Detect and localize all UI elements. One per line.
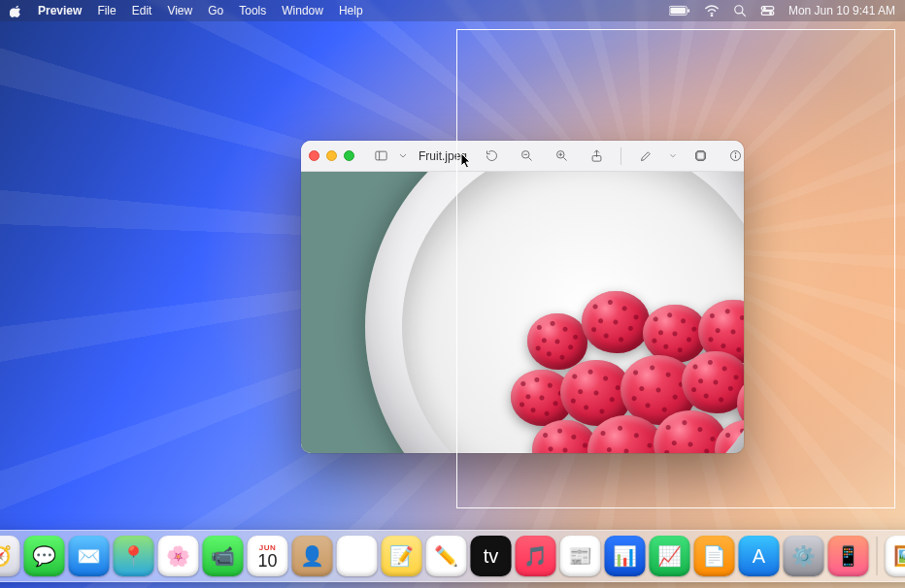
desktop: Preview File Edit View Go Tools Window H…: [0, 0, 905, 588]
dock-iphone-mirroring[interactable]: 📱: [828, 536, 869, 576]
photo-bowl: [365, 172, 744, 453]
menubar-view[interactable]: View: [167, 4, 192, 17]
sidebar-toggle-button[interactable]: [368, 146, 393, 167]
window-titlebar[interactable]: Fruit.jpeg: [301, 141, 744, 172]
menubar-edit[interactable]: Edit: [132, 4, 152, 17]
wifi-icon[interactable]: [704, 5, 720, 16]
svg-point-24: [735, 153, 736, 154]
highlight-button[interactable]: [633, 146, 658, 167]
dock-safari[interactable]: 🧭: [0, 536, 20, 576]
dock-maps[interactable]: 📍: [114, 536, 154, 576]
toolbar-separator: [620, 147, 621, 165]
svg-line-13: [528, 157, 531, 160]
svg-rect-2: [687, 9, 689, 13]
menubar-clock[interactable]: Mon Jun 10 9:41 AM: [788, 4, 895, 17]
dock-mail[interactable]: ✉️: [69, 536, 110, 576]
menubar-help[interactable]: Help: [339, 4, 363, 17]
zoom-in-button[interactable]: [549, 146, 574, 167]
svg-line-5: [742, 13, 746, 16]
dock-music[interactable]: 🎵: [516, 536, 556, 576]
apple-menu-icon[interactable]: [10, 5, 22, 17]
dock-preview-running[interactable]: 🖼️: [886, 536, 906, 576]
dock-photos[interactable]: 🌸: [158, 536, 199, 576]
dock-appstore[interactable]: A: [739, 536, 780, 576]
dock-calendar[interactable]: JUN10: [248, 536, 288, 576]
rotate-left-button[interactable]: [479, 146, 504, 167]
dock-tv[interactable]: tv: [471, 536, 512, 576]
dock-freeform[interactable]: ✏️: [426, 536, 467, 576]
dock-pages[interactable]: 📄: [694, 536, 735, 576]
menubar-window[interactable]: Window: [282, 4, 323, 17]
svg-point-3: [711, 16, 712, 16]
dock-keynote[interactable]: 📊: [605, 536, 646, 576]
svg-rect-10: [375, 151, 385, 160]
svg-point-4: [735, 6, 743, 14]
dock: 😊▦🧭💬✉️📍🌸📹JUN10👤☰📝✏️tv🎵📰📊📈📄A⚙️📱🖼️📁🗑️: [0, 530, 905, 582]
dock-facetime[interactable]: 📹: [203, 536, 244, 576]
menubar-tools[interactable]: Tools: [239, 4, 266, 17]
svg-point-8: [763, 8, 765, 10]
svg-line-16: [563, 157, 566, 160]
dock-messages[interactable]: 💬: [24, 536, 65, 576]
dock-contacts[interactable]: 👤: [292, 536, 333, 576]
photo-background: [301, 172, 744, 453]
crop-button[interactable]: [687, 146, 713, 167]
zoom-out-button[interactable]: [514, 146, 539, 167]
battery-icon[interactable]: [669, 5, 690, 16]
window-fullscreen-button[interactable]: [344, 150, 354, 161]
svg-rect-1: [670, 8, 686, 14]
dock-reminders[interactable]: ☰: [337, 536, 378, 576]
highlight-menu-chevron-icon[interactable]: [668, 146, 678, 167]
info-button[interactable]: [722, 146, 744, 167]
spotlight-icon[interactable]: [733, 4, 747, 17]
window-title: Fruit.jpeg: [419, 149, 467, 163]
image-canvas[interactable]: [301, 172, 744, 453]
dock-numbers[interactable]: 📈: [650, 536, 690, 576]
sidebar-menu-chevron-icon[interactable]: [397, 146, 409, 167]
traffic-lights: [309, 150, 354, 161]
dock-news[interactable]: 📰: [560, 536, 601, 576]
preview-window[interactable]: Fruit.jpeg: [301, 141, 744, 453]
photo-raspberries: [521, 305, 744, 453]
menubar-go[interactable]: Go: [208, 4, 223, 17]
menubar-file[interactable]: File: [97, 4, 116, 17]
dock-notes[interactable]: 📝: [382, 536, 422, 576]
menubar-app-name[interactable]: Preview: [38, 4, 82, 17]
dock-separator: [877, 537, 878, 575]
dock-settings[interactable]: ⚙️: [784, 536, 824, 576]
menubar: Preview File Edit View Go Tools Window H…: [0, 0, 905, 21]
calendar-day: 10: [257, 552, 277, 570]
window-minimize-button[interactable]: [326, 150, 337, 161]
share-button[interactable]: [584, 146, 609, 167]
svg-point-9: [770, 13, 772, 15]
control-center-icon[interactable]: [760, 5, 775, 16]
window-close-button[interactable]: [309, 150, 319, 161]
